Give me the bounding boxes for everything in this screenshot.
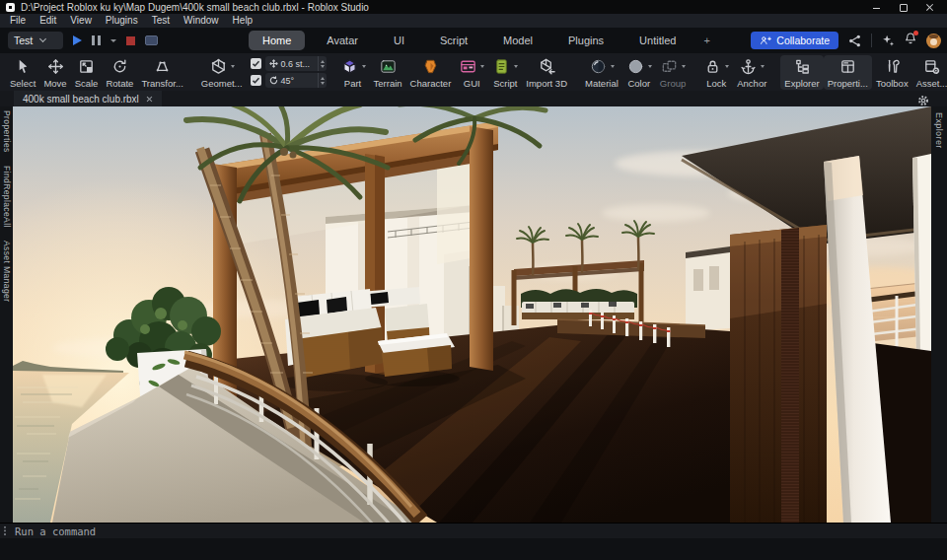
notifications-bell[interactable] — [904, 32, 917, 49]
menu-bar: File Edit View Plugins Test Window Help — [0, 14, 947, 28]
script-tool-button[interactable]: Script — [488, 55, 522, 90]
menu-item-file[interactable]: File — [3, 14, 33, 28]
appearance-group: Material Color Group — [581, 53, 690, 91]
import-3d-tool-button[interactable]: Import 3D — [522, 55, 571, 90]
toolbox-panel-button[interactable]: Toolbox — [872, 55, 912, 90]
geometry-tool-button[interactable]: Geomet... — [197, 55, 247, 90]
menu-item-plugins[interactable]: Plugins — [99, 14, 145, 28]
lock-tool-button[interactable]: Lock — [699, 55, 733, 90]
share-icon[interactable] — [847, 34, 862, 48]
transform-tool-button[interactable]: Transfor... — [137, 55, 186, 90]
rotate-snap-value: 45° — [281, 76, 315, 86]
color-icon — [626, 57, 645, 76]
rotate-snap-checkbox[interactable] — [251, 75, 261, 86]
move-snap-field[interactable]: 0.6 st... — [265, 56, 327, 71]
ribbon-tab-plugins[interactable]: Plugins — [554, 31, 618, 50]
material-icon — [589, 57, 608, 76]
asset-manager-button[interactable]: Asset... — [912, 55, 947, 90]
move-snap-value: 0.6 st... — [281, 59, 315, 69]
transform-icon — [153, 57, 172, 76]
test-mode-label: Test — [14, 35, 33, 46]
part-cube-icon — [340, 57, 359, 76]
ribbon-tab-script[interactable]: Script — [426, 31, 481, 50]
ribbon-tab-model[interactable]: Model — [489, 31, 546, 50]
rotate-tool-button[interactable]: Rotate — [102, 55, 137, 90]
stop-icon[interactable] — [126, 36, 135, 45]
ribbon-tab-untitled[interactable]: Untitled — [625, 31, 690, 50]
ribbon-tab-home[interactable]: Home — [249, 31, 305, 50]
gui-tool-button[interactable]: GUI — [455, 55, 488, 90]
3d-viewport[interactable] — [13, 106, 931, 523]
scale-icon — [77, 57, 96, 76]
black-pillow — [370, 292, 389, 305]
properties-panel-button[interactable]: Properti... — [824, 55, 872, 90]
move-snap-checkbox[interactable] — [251, 58, 261, 69]
snap-group: Geomet... 0.6 st... — [197, 53, 327, 91]
insert-group: Part Terrain Character GUI — [336, 53, 571, 91]
color-tool-button[interactable]: Color — [622, 55, 656, 90]
drag-grip-icon[interactable] — [3, 525, 7, 536]
import-3d-icon — [538, 57, 556, 76]
part-tool-button[interactable]: Part — [336, 55, 370, 90]
toolbar: Select Move Scale Rotate Transfor... — [0, 53, 947, 91]
move-tool-button[interactable]: Move — [39, 55, 70, 90]
viewport-canvas — [13, 106, 931, 523]
pergola-right-post — [470, 126, 493, 371]
anchor-tool-button[interactable]: Anchor — [733, 55, 770, 90]
test-mode-dropdown[interactable]: Test — [8, 32, 63, 49]
menu-item-edit[interactable]: Edit — [33, 14, 63, 28]
menu-item-help[interactable]: Help — [226, 14, 260, 28]
device-emulator-icon[interactable] — [145, 35, 158, 45]
notification-badge — [913, 31, 918, 35]
dock-tab-properties[interactable]: Properties — [2, 110, 12, 153]
maximize-button[interactable] — [898, 2, 909, 13]
menu-item-view[interactable]: View — [63, 14, 99, 28]
group-tool-button[interactable]: Group — [656, 55, 690, 90]
dropdown-caret-icon — [611, 65, 615, 68]
explorer-panel-button[interactable]: Explorer — [780, 55, 823, 90]
command-bar[interactable]: Run a command — [0, 523, 947, 538]
user-avatar[interactable] — [926, 34, 941, 48]
rotate-snap-stepper[interactable] — [318, 73, 327, 88]
title-bar: D:\Project Roblox ku ky\Map Dugem\400k s… — [0, 0, 947, 14]
pause-dropdown-icon[interactable] — [110, 39, 116, 42]
dropdown-caret-icon — [231, 65, 235, 68]
command-input-placeholder[interactable]: Run a command — [15, 525, 96, 537]
dropdown-caret-icon — [480, 65, 484, 68]
select-tool-button[interactable]: Select — [6, 55, 39, 90]
character-tool-button[interactable]: Character — [406, 55, 456, 90]
menu-item-window[interactable]: Window — [177, 14, 226, 28]
pause-icon[interactable] — [92, 35, 101, 45]
chevron-down-icon — [39, 35, 46, 42]
terrain-tool-button[interactable]: Terrain — [370, 55, 406, 90]
play-ribbon-bar: Test Home Avatar UI Script Model Plugins… — [0, 28, 947, 53]
dock-tab-explorer[interactable]: Explorer — [934, 112, 944, 149]
person-plus-icon — [760, 35, 771, 46]
left-dock-strip: Properties FindReplaceAll Asset Manager — [0, 106, 13, 523]
menu-item-test[interactable]: Test — [145, 14, 177, 28]
play-icon[interactable] — [73, 35, 82, 45]
scale-tool-button[interactable]: Scale — [71, 55, 103, 90]
dropdown-caret-icon — [648, 65, 652, 68]
group-icon — [660, 57, 679, 76]
ribbon-tab-strip: Home Avatar UI Script Model Plugins Unti… — [249, 28, 716, 53]
collaborate-button[interactable]: Collaborate — [751, 32, 838, 49]
ribbon-tab-ui[interactable]: UI — [380, 31, 418, 50]
move-snap-icon — [269, 59, 278, 68]
ribbon-tab-avatar[interactable]: Avatar — [313, 31, 372, 50]
sparkle-ai-icon[interactable] — [881, 34, 895, 47]
move-snap-stepper[interactable] — [318, 56, 327, 71]
cursor-icon — [14, 57, 33, 76]
close-button[interactable] — [924, 2, 935, 13]
document-tab[interactable]: 400k small beach club.rbxl — [14, 91, 162, 106]
close-tab-icon[interactable] — [146, 96, 153, 103]
document-tab-bar: 400k small beach club.rbxl — [0, 91, 947, 106]
check-icon — [252, 76, 260, 85]
minimize-button[interactable] — [871, 2, 882, 13]
rotate-snap-icon — [269, 76, 278, 85]
dock-tab-asset-manager[interactable]: Asset Manager — [2, 241, 12, 302]
dock-tab-find-replace-all[interactable]: FindReplaceAll — [2, 166, 12, 228]
ribbon-tab-add[interactable]: + — [697, 31, 715, 50]
material-tool-button[interactable]: Material — [581, 55, 622, 90]
rotate-snap-field[interactable]: 45° — [265, 73, 327, 88]
